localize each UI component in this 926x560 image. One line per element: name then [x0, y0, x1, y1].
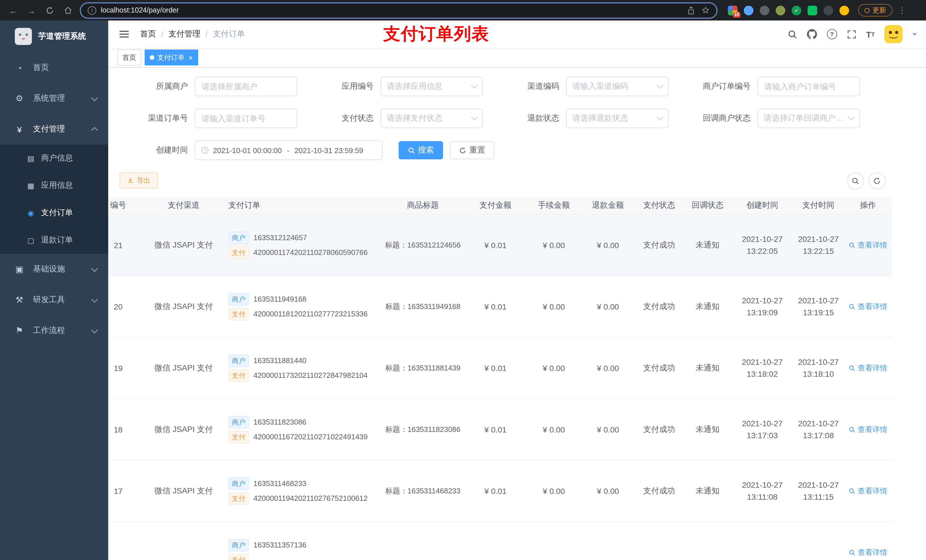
sidebar-item-infrastructure[interactable]: ▣基础设施: [0, 254, 108, 285]
address-bar[interactable]: i localhost:1024/pay/order: [81, 3, 716, 17]
search-icon[interactable]: [787, 29, 797, 39]
pay-order-cell: 商户 1635311468233 支付 42000011942021102767…: [225, 475, 381, 507]
forward-icon[interactable]: →: [24, 3, 39, 18]
create-time-cell: 2021-10-27 13:19:09: [732, 294, 793, 318]
search-icon: [849, 549, 855, 556]
actions-cell: 查看详情: [844, 301, 892, 312]
merchant-input[interactable]: [195, 77, 297, 96]
pay-amount-cell: ¥ 0.01: [464, 302, 527, 311]
extension-face-icon[interactable]: [840, 5, 849, 15]
help-icon[interactable]: ?: [827, 29, 837, 39]
create-time-cell: 2021-10-27 13:22:05: [732, 233, 793, 257]
devtools-icon: ⚒: [12, 295, 26, 305]
view-detail-link[interactable]: 查看详情: [849, 547, 887, 557]
sidebar-item-merchant-info[interactable]: ▤商户信息: [0, 145, 108, 172]
reload-icon[interactable]: [42, 3, 57, 18]
pay-order-cell: 商户 1635312124657 支付 42000011742021102780…: [225, 229, 381, 261]
sidebar-item-label: 首页: [33, 63, 49, 73]
font-size-icon[interactable]: TT: [866, 29, 875, 39]
fee-amount-cell: ¥ 0.00: [527, 425, 581, 434]
product-title-cell: 标题：1635312124656: [381, 240, 464, 250]
table-row: 20 微信 JSAPI 支付 商户 1635311949168 支付 42000…: [108, 276, 892, 338]
extension-pinwheel-icon[interactable]: [823, 5, 833, 15]
view-detail-link[interactable]: 查看详情: [849, 424, 887, 435]
chevron-down-icon: [471, 82, 478, 89]
chevron-down-icon: [471, 114, 478, 121]
browser-menu-icon[interactable]: ⋮: [896, 6, 908, 15]
extension-grid-icon[interactable]: 10: [728, 5, 737, 15]
chevron-down-icon: [657, 82, 663, 89]
sidebar-item-devtools[interactable]: ⚒研发工具: [0, 285, 108, 315]
table-header: 编号 支付渠道 支付订单 商品标题 支付金额 手续金额 退款金额 支付状态 回调…: [108, 197, 892, 214]
logo[interactable]: 芋道管理系统: [0, 21, 108, 52]
sidebar-item-label: 应用信息: [41, 180, 73, 191]
view-detail-link[interactable]: 查看详情: [849, 301, 887, 312]
back-icon[interactable]: ←: [6, 3, 21, 18]
export-button[interactable]: 导出: [120, 172, 158, 189]
app-grid-icon: ▦: [25, 181, 36, 190]
sidebar-item-system[interactable]: ⚙系统管理: [0, 83, 108, 114]
sidebar-item-pay-order[interactable]: ◉支付订单: [0, 199, 108, 226]
tags-view-bar: 首页 支付订单 ×: [108, 48, 926, 68]
merchant-order-no-input[interactable]: [757, 77, 860, 96]
actions-cell: 查看详情: [844, 363, 892, 373]
refund-status-select[interactable]: 请选择退款状态: [566, 109, 669, 128]
chevron-down-icon: [91, 296, 98, 302]
hamburger-icon[interactable]: [117, 27, 131, 41]
close-icon[interactable]: ×: [189, 54, 193, 61]
notify-status-select[interactable]: 请选择订单回调商户状态: [757, 109, 860, 128]
view-detail-link[interactable]: 查看详情: [849, 486, 887, 496]
extension-chat-icon[interactable]: [808, 5, 817, 15]
search-button[interactable]: 搜索: [399, 141, 443, 159]
chevron-down-icon: [657, 114, 663, 121]
sidebar-item-home[interactable]: ◔首页: [0, 52, 108, 83]
browser-chrome: ← → i localhost:1024/pay/order 10: [0, 0, 926, 21]
github-icon[interactable]: [807, 29, 817, 39]
site-info-icon[interactable]: i: [88, 6, 96, 15]
col-create-time: 创建时间: [732, 200, 793, 211]
sidebar-item-payment[interactable]: ¥支付管理: [0, 114, 108, 145]
pay-amount-cell: ¥ 0.01: [464, 363, 527, 373]
table-tools: [847, 172, 885, 190]
user-avatar[interactable]: [884, 25, 903, 43]
search-icon: [849, 426, 855, 433]
sidebar-item-refund-order[interactable]: ▢退款订单: [0, 226, 108, 254]
col-actions: 操作: [844, 200, 892, 211]
table-row: 商户 1635311357136 支付 查看详情: [108, 522, 892, 560]
breadcrumb-item[interactable]: 首页: [140, 29, 156, 39]
tab-pay-order[interactable]: 支付订单 ×: [145, 50, 198, 65]
extension-grey-icon[interactable]: [760, 5, 769, 15]
extension-olive-icon[interactable]: [776, 5, 785, 15]
table-row: 19 微信 JSAPI 支付 商户 1635311881440 支付 42000…: [108, 338, 892, 399]
hide-search-button[interactable]: [847, 172, 864, 190]
search-icon: [849, 242, 855, 248]
product-title-cell: 标题：1635311468233: [381, 486, 464, 496]
view-detail-link[interactable]: 查看详情: [849, 363, 887, 373]
col-channel: 支付渠道: [142, 200, 225, 211]
view-detail-link[interactable]: 查看详情: [849, 240, 887, 250]
refresh-table-button[interactable]: [869, 172, 885, 190]
filter-merchant-order-no: 商户订单编号: [676, 77, 860, 96]
bookmark-star-icon[interactable]: [702, 6, 710, 14]
channel-code-select[interactable]: 请输入渠道编码: [566, 77, 669, 96]
app-id-select[interactable]: 请选择应用信息: [380, 77, 483, 96]
merchant-tag: 商户: [228, 354, 249, 367]
channel-order-no-input[interactable]: [195, 109, 297, 128]
browser-update-button[interactable]: 更新: [858, 4, 893, 17]
share-icon[interactable]: [687, 6, 695, 15]
home-icon[interactable]: [61, 3, 75, 18]
extension-drop-icon[interactable]: [744, 5, 754, 15]
chevron-down-icon: [91, 327, 98, 333]
col-refund-amount: 退款金额: [581, 200, 635, 211]
chevron-down-icon[interactable]: [912, 33, 917, 36]
extension-check-icon[interactable]: ✓: [791, 5, 801, 15]
pay-status-select[interactable]: 请选择支付状态: [380, 109, 483, 128]
sidebar-item-app-info[interactable]: ▦应用信息: [0, 172, 108, 199]
tab-home[interactable]: 首页: [117, 50, 141, 65]
sidebar-item-label: 退款订单: [41, 235, 73, 245]
sidebar-item-workflow[interactable]: ⚑工作流程: [0, 315, 108, 346]
reset-button[interactable]: 重置: [450, 141, 494, 159]
breadcrumb-item[interactable]: 支付管理: [169, 29, 200, 39]
fullscreen-icon[interactable]: [847, 29, 856, 39]
date-range-picker[interactable]: 2021-10-01 00:00:00 - 2021-10-31 23:59:5…: [195, 140, 383, 160]
